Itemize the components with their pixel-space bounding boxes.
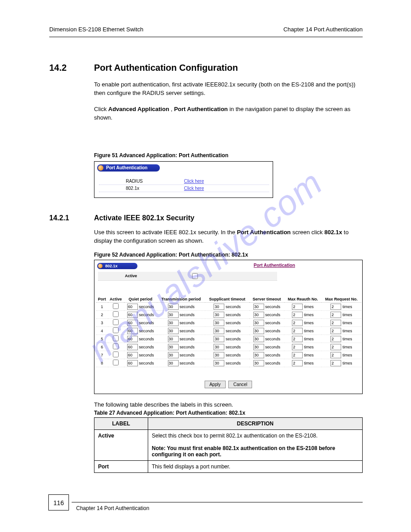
port-cell: 6 — [96, 343, 108, 351]
transmission-period-input[interactable] — [168, 344, 179, 350]
quiet-period-input[interactable] — [127, 328, 138, 334]
t: Note: You must first enable 802.1x authe… — [152, 445, 335, 458]
supplicant-timeout-input[interactable] — [214, 336, 224, 342]
max-reauth-input[interactable] — [292, 352, 303, 358]
radius-link[interactable]: Click here — [184, 179, 204, 184]
server-timeout-input[interactable] — [253, 328, 264, 334]
port-active-checkbox[interactable] — [113, 311, 119, 317]
link-row-8021x: 802.1x Click here — [99, 186, 269, 192]
unit: seconds — [180, 305, 195, 309]
unit: seconds — [139, 305, 154, 309]
transmission-period-input[interactable] — [168, 328, 179, 334]
max-request-input[interactable] — [330, 304, 341, 310]
supplicant-timeout-input[interactable] — [214, 304, 224, 310]
unit: times — [342, 361, 352, 365]
quiet-period-input[interactable] — [127, 304, 138, 310]
t: Advanced Application — [108, 106, 169, 112]
port-active-checkbox[interactable] — [113, 352, 119, 357]
table-intro: The following table describes the labels… — [94, 401, 363, 409]
max-reauth-input[interactable] — [292, 328, 303, 334]
transmission-period-input[interactable] — [168, 312, 179, 318]
t: 802.1x — [324, 229, 342, 236]
quiet-period-input[interactable] — [127, 360, 138, 366]
max-reauth-input[interactable] — [292, 312, 303, 318]
unit: seconds — [180, 353, 195, 357]
panel-title-pill: Port Authentication — [97, 164, 160, 172]
transmission-period-input[interactable] — [168, 336, 179, 342]
port-active-checkbox[interactable] — [113, 343, 119, 349]
max-reauth-input[interactable] — [292, 336, 303, 342]
figure-52-panel: 802.1x Port Authentication Active PortAc… — [94, 260, 363, 394]
port-active-checkbox[interactable] — [113, 360, 119, 365]
8021x-label: 802.1x — [126, 186, 139, 191]
port-cell: 3 — [96, 319, 108, 327]
transmission-period-input[interactable] — [168, 320, 179, 326]
server-timeout-input[interactable] — [253, 320, 264, 326]
unit: seconds — [226, 353, 241, 357]
transmission-period-input[interactable] — [168, 352, 179, 358]
click-line: Click Advanced Application , Port Authen… — [94, 105, 363, 122]
intro-paragraph: To enable port authentication, first act… — [94, 81, 363, 98]
port-cell: 2 — [96, 311, 108, 319]
supplicant-timeout-input[interactable] — [214, 312, 224, 318]
server-timeout-input[interactable] — [253, 336, 264, 342]
unit: seconds — [265, 337, 280, 341]
breadcrumb-link[interactable]: Port Authentication — [254, 263, 295, 268]
table-row: 5 seconds seconds seconds seconds times … — [96, 335, 361, 343]
transmission-period-input[interactable] — [168, 360, 179, 366]
max-reauth-input[interactable] — [292, 320, 303, 326]
supplicant-timeout-input[interactable] — [214, 344, 224, 350]
t: Port Authentication — [237, 229, 291, 236]
quiet-period-input[interactable] — [127, 320, 138, 326]
supplicant-timeout-input[interactable] — [214, 328, 224, 334]
unit: seconds — [226, 337, 241, 341]
column-header: Quiet period — [124, 296, 157, 303]
max-request-input[interactable] — [330, 352, 341, 358]
server-timeout-input[interactable] — [253, 344, 264, 350]
cancel-button[interactable]: Cancel — [228, 381, 252, 388]
server-timeout-input[interactable] — [253, 312, 264, 318]
supplicant-timeout-input[interactable] — [214, 320, 224, 326]
server-timeout-input[interactable] — [253, 304, 264, 310]
max-request-input[interactable] — [330, 360, 341, 366]
quiet-period-input[interactable] — [127, 336, 138, 342]
global-active-checkbox[interactable] — [192, 273, 198, 279]
table-row: 4 seconds seconds seconds seconds times … — [96, 327, 361, 335]
supplicant-timeout-input[interactable] — [214, 360, 224, 366]
page-number: 116 — [48, 494, 69, 511]
max-reauth-input[interactable] — [292, 344, 303, 350]
port-active-checkbox[interactable] — [113, 319, 119, 325]
max-request-input[interactable] — [330, 312, 341, 318]
max-reauth-input[interactable] — [292, 360, 303, 366]
button-bar: Apply Cancel — [94, 381, 362, 388]
port-active-checkbox[interactable] — [113, 327, 119, 333]
unit: seconds — [139, 345, 154, 349]
port-active-checkbox[interactable] — [113, 335, 119, 341]
table-row: 3 seconds seconds seconds seconds times … — [96, 319, 361, 327]
max-request-input[interactable] — [330, 328, 341, 334]
max-request-input[interactable] — [330, 320, 341, 326]
row-port-desc: This field displays a port number. — [148, 461, 363, 473]
quiet-period-input[interactable] — [127, 352, 138, 358]
global-active-label: Active — [125, 274, 137, 278]
supplicant-timeout-input[interactable] — [214, 352, 224, 358]
max-request-input[interactable] — [330, 344, 341, 350]
server-timeout-input[interactable] — [253, 352, 264, 358]
apply-button[interactable]: Apply — [205, 381, 226, 388]
subsection-number: 14.2.1 — [49, 214, 69, 222]
max-request-input[interactable] — [330, 336, 341, 342]
transmission-period-input[interactable] — [168, 304, 179, 310]
port-active-checkbox[interactable] — [113, 303, 119, 309]
max-reauth-input[interactable] — [292, 304, 303, 310]
server-timeout-input[interactable] — [253, 360, 264, 366]
header-left: Dimension ES-2108 Ethernet Switch — [49, 26, 143, 33]
unit: seconds — [226, 329, 241, 333]
quiet-period-input[interactable] — [127, 344, 138, 350]
figure-52-caption: Figure 52 Advanced Application: Port Aut… — [94, 252, 248, 258]
row-active-desc: Select this check box to permit 802.1x a… — [148, 430, 363, 461]
8021x-link[interactable]: Click here — [184, 186, 204, 191]
table-row: 8 seconds seconds seconds seconds times … — [96, 359, 361, 367]
quiet-period-input[interactable] — [127, 312, 138, 318]
table-row: 6 seconds seconds seconds seconds times … — [96, 343, 361, 351]
section-number: 14.2 — [49, 63, 67, 73]
